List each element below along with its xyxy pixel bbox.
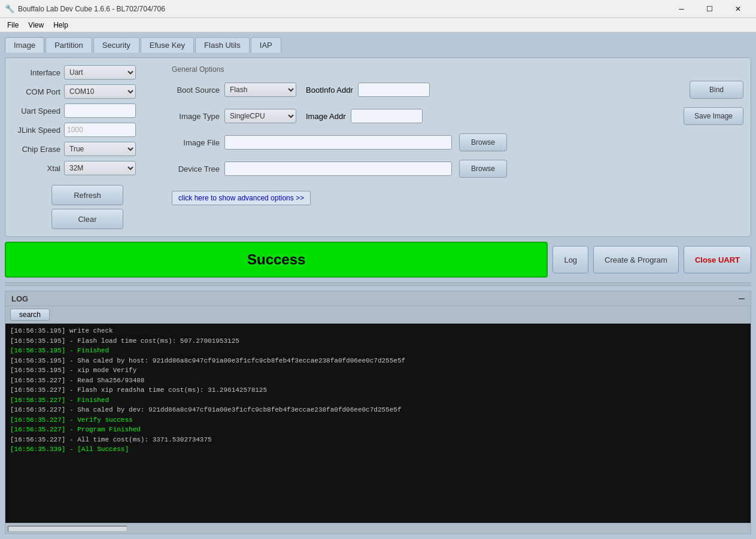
log-horizontal-scroll — [5, 523, 751, 534]
refresh-button[interactable]: Refresh — [51, 185, 123, 205]
image-file-input[interactable]: C:\Users\kutlu\Downloads\tinyuf2-senseca… — [224, 135, 452, 150]
log-section: LOG ─ search [16:56:35.195] write check[… — [5, 291, 751, 534]
jlink-speed-input[interactable]: 1000 — [64, 123, 136, 137]
right-panel: General Options Boot Source Flash UART B… — [172, 65, 743, 229]
boot-source-label: Boot Source — [172, 86, 220, 95]
titlebar-title: Bouffalo Lab Dev Cube 1.6.6 - BL702/704/… — [18, 5, 165, 13]
menu-view[interactable]: View — [23, 20, 48, 31]
xtal-row: Xtal 32M 40M 26M — [13, 161, 162, 175]
uart-speed-row: Uart Speed 2000000 — [13, 103, 162, 118]
log-line: [16:56:35.195] - Flash load time cost(ms… — [10, 336, 746, 346]
log-line: [16:56:35.195] - xip mode Verify — [10, 366, 746, 376]
controls-panel: Refresh Clear — [13, 185, 162, 229]
tab-bar: Image Partition Security Efuse Key Flash… — [5, 37, 751, 53]
log-minimize-button[interactable]: ─ — [739, 294, 745, 303]
log-header: LOG ─ — [5, 291, 751, 306]
close-uart-button[interactable]: Close UART — [684, 246, 751, 273]
log-line: [16:56:35.195] - Finished — [10, 346, 746, 356]
xtal-label: Xtal — [13, 164, 60, 173]
com-port-row: COM Port COM10 COM1 COM2 — [13, 84, 162, 99]
titlebar: 🔧 Bouffalo Lab Dev Cube 1.6.6 - BL702/70… — [0, 0, 756, 18]
log-body: search [16:56:35.195] write check[16:56:… — [5, 306, 751, 523]
uart-speed-input[interactable]: 2000000 — [64, 103, 136, 118]
image-type-label: Image Type — [172, 112, 220, 121]
menu-help[interactable]: Help — [48, 20, 73, 31]
tab-efuse-key[interactable]: Efuse Key — [141, 37, 194, 53]
boot-source-select[interactable]: Flash UART — [224, 83, 296, 97]
create-program-button[interactable]: Create & Program — [593, 246, 679, 273]
horizontal-scrollbar-track[interactable] — [8, 526, 127, 532]
image-type-select[interactable]: SingleCPU DualCPU — [224, 109, 296, 123]
success-action-wrap: Success Log Create & Program Close UART — [5, 242, 751, 278]
maximize-button[interactable]: ☐ — [696, 0, 723, 18]
top-panel: Interface Uart JLink OpenOCD COM Port CO… — [5, 57, 751, 237]
tab-iap[interactable]: IAP — [251, 37, 281, 53]
log-line: [16:56:35.227] - Flash xip readsha time … — [10, 385, 746, 395]
tab-security[interactable]: Security — [93, 37, 139, 53]
interface-label: Interface — [13, 68, 60, 77]
save-image-button[interactable]: Save Image — [684, 107, 743, 125]
log-search-bar: search — [5, 306, 751, 324]
interface-row: Interface Uart JLink OpenOCD — [13, 65, 162, 80]
xtal-select[interactable]: 32M 40M 26M — [64, 161, 136, 175]
log-line: [16:56:35.195] - Sha caled by host: 921d… — [10, 356, 746, 366]
chip-erase-select[interactable]: True False — [64, 142, 136, 156]
main-area: Image Partition Security Efuse Key Flash… — [0, 32, 756, 539]
log-line: [16:56:35.195] write check — [10, 326, 746, 336]
log-line: [16:56:35.227] - Finished — [10, 395, 746, 406]
tab-partition[interactable]: Partition — [45, 37, 92, 53]
tab-image[interactable]: Image — [5, 37, 44, 53]
jlink-speed-label: JLink Speed — [13, 126, 60, 135]
advanced-options-link[interactable]: click here to show advanced options >> — [172, 191, 311, 205]
browse-tree-button[interactable]: Browse — [459, 160, 507, 178]
tab-flash-utils[interactable]: Flash Utils — [195, 37, 250, 53]
log-line: [16:56:35.227] - Read Sha256/93488 — [10, 376, 746, 386]
menu-file[interactable]: File — [2, 20, 23, 31]
log-line: [16:56:35.227] - Sha caled by dev: 921dd… — [10, 405, 746, 415]
log-line: [16:56:35.227] - Verify success — [10, 415, 746, 425]
menubar: File View Help — [0, 18, 756, 32]
device-tree-label: Device Tree — [172, 165, 220, 173]
chip-erase-row: Chip Erase True False — [13, 142, 162, 156]
log-line: [16:56:35.227] - Program Finished — [10, 425, 746, 435]
bootinfo-addr-label: BootInfo Addr — [306, 86, 353, 95]
interface-select[interactable]: Uart JLink OpenOCD — [64, 65, 136, 80]
image-file-label: Image File — [172, 138, 220, 147]
success-bar: Success — [5, 242, 548, 278]
bootinfo-addr-input[interactable]: 0x0 — [358, 83, 430, 97]
jlink-speed-row: JLink Speed 1000 — [13, 123, 162, 137]
titlebar-controls: ─ ☐ ✕ — [668, 0, 751, 18]
search-button[interactable]: search — [10, 309, 50, 321]
left-panel: Interface Uart JLink OpenOCD COM Port CO… — [13, 65, 162, 229]
bind-button[interactable]: Bind — [690, 81, 743, 99]
panel-splitter[interactable] — [5, 282, 751, 286]
uart-speed-label: Uart Speed — [13, 106, 60, 115]
log-line: [16:56:35.339] - [All Success] — [10, 444, 746, 455]
app-icon: 🔧 — [5, 4, 14, 13]
titlebar-left: 🔧 Bouffalo Lab Dev Cube 1.6.6 - BL702/70… — [5, 4, 165, 13]
log-button[interactable]: Log — [552, 246, 588, 273]
log-content[interactable]: [16:56:35.195] write check[16:56:35.195]… — [5, 324, 751, 523]
com-port-select[interactable]: COM10 COM1 COM2 — [64, 84, 136, 99]
general-options-title: General Options — [172, 65, 743, 74]
clear-button[interactable]: Clear — [51, 209, 123, 229]
log-title: LOG — [11, 294, 28, 303]
success-text: Success — [247, 251, 305, 268]
close-button[interactable]: ✕ — [724, 0, 751, 18]
minimize-button[interactable]: ─ — [668, 0, 695, 18]
chip-erase-label: Chip Erase — [13, 145, 60, 154]
image-addr-label: Image Addr — [306, 112, 346, 121]
image-addr-input[interactable]: 0x2000 — [351, 109, 423, 123]
com-port-label: COM Port — [13, 87, 60, 96]
log-line: [16:56:35.227] - All time cost(ms): 3371… — [10, 435, 746, 445]
browse-image-button[interactable]: Browse — [459, 133, 507, 151]
device-tree-input[interactable] — [224, 162, 452, 176]
